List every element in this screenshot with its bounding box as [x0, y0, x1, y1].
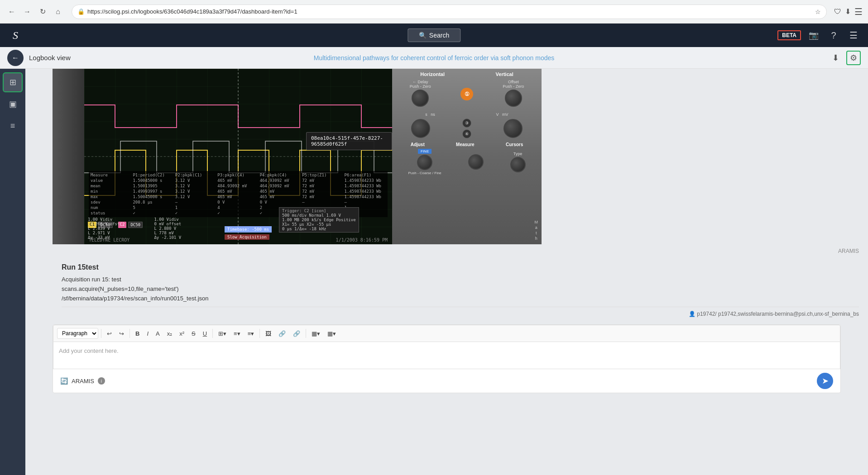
reload-nav-button[interactable]: ↻	[36, 5, 49, 18]
sidebar-item-dashboard[interactable]: ⊞	[3, 72, 23, 92]
adjust-label: Adjust	[411, 142, 425, 147]
user-icon: 👤	[689, 311, 695, 317]
help-icon-button[interactable]: ?	[826, 28, 841, 43]
refresh-icon: 🔄	[60, 377, 68, 385]
sidebar-item-more[interactable]: ≡	[3, 116, 23, 136]
oscilloscope-image: MeasureP1:period(C2)P2:pkpk(C1)P3:pkpk(C…	[53, 69, 542, 244]
sidebar-item-notebook[interactable]: ▣	[3, 94, 23, 114]
image-button[interactable]: 🖼	[263, 329, 274, 338]
aramis-footer-label: ARAMIS	[72, 378, 94, 385]
search-label: Search	[429, 32, 449, 39]
header-right: BETA 📷 ? ☰	[777, 28, 861, 43]
notebook-icon: ▣	[9, 99, 17, 109]
num-3: ③	[462, 119, 471, 128]
subscript-button[interactable]: x₂	[164, 329, 175, 338]
cursors-label: Cursors	[506, 142, 523, 147]
url-bar[interactable]: 🔒 https://scilog.psi.ch/logbooks/636c046…	[72, 5, 827, 19]
download-button[interactable]: ⬇	[828, 51, 843, 65]
top-knobs: ← DelayPush - Zero ① OffsetPush - Zero	[395, 80, 539, 109]
italic-button[interactable]: I	[144, 329, 151, 338]
type-knob	[510, 157, 526, 172]
editor-content-area[interactable]: Add your content here.	[53, 342, 840, 369]
download-browser-icon: ⬇	[845, 7, 851, 16]
toolbar-divider-3	[212, 329, 213, 338]
star-icon[interactable]: ☆	[815, 8, 821, 15]
bottom-section-labels: Adjust Measure Cursors	[395, 142, 539, 147]
table-button[interactable]: ⊞▾	[216, 329, 229, 338]
undo-button[interactable]: ↩	[104, 329, 115, 338]
search-icon: 🔍	[419, 32, 427, 39]
paragraph-select[interactable]: Paragraph	[57, 328, 98, 339]
measure-knob	[468, 154, 484, 170]
horiz-vert-labels: Horizontal Vertical	[395, 71, 539, 77]
link2-button[interactable]: 🔗	[290, 329, 303, 338]
timebase-box: Timebase: -500 ms	[225, 226, 272, 233]
content-area: MeasureP1:period(C2)P2:pkpk(C1)P3:pkpk(C…	[25, 69, 868, 475]
main-layout: ⊞ ▣ ≡	[0, 69, 868, 475]
redo-button[interactable]: ↪	[116, 329, 127, 338]
ordered-list-button[interactable]: ≡▾	[231, 329, 243, 338]
entry-line-1: Acquisition run 15: test	[62, 275, 859, 285]
editor-footer: 🔄 ARAMIS i ➤	[53, 369, 840, 393]
vertical-knob	[504, 119, 523, 138]
trigger-info: Trigger: C2 [icon] 500 ms/div Normal 1.6…	[279, 207, 359, 233]
type-label: Type	[513, 152, 523, 156]
horizontal-label: Horizontal	[420, 71, 445, 77]
channel-values: 1.00 Vidiv -3.260 V ofst L 2.839 V L 2.9…	[88, 217, 181, 240]
osc-right-panel: Horizontal Vertical ← DelayPush - Zero ①…	[392, 69, 542, 244]
lock-icon: 🔒	[77, 8, 85, 15]
offset-knob	[505, 90, 522, 107]
nav-right-actions: ⬇ ⚙	[828, 51, 861, 65]
bold-button[interactable]: B	[133, 329, 142, 338]
bottom-knobs: FINE Push - Coarse / Fine Type	[395, 149, 539, 175]
camera-icon-button[interactable]: 📷	[806, 28, 821, 43]
math-section: M a t h	[535, 220, 538, 241]
back-button[interactable]: ←	[7, 50, 24, 66]
entry-line-2: scans.acquire(N_pulses=10,file_name='tes…	[62, 285, 859, 294]
measure-label: Measure	[456, 142, 475, 147]
timestamp: 1/1/2003 8:16:59 PM	[336, 238, 388, 242]
vertical-label: Vertical	[496, 71, 513, 77]
toolbar-divider-1	[101, 329, 101, 338]
math-label-a: a	[535, 225, 537, 230]
app-header: S 🔍 Search BETA 📷 ? ☰	[0, 24, 868, 47]
underline-button[interactable]: U	[200, 329, 210, 338]
entry-title: Run 15test	[62, 263, 859, 271]
link-button[interactable]: 🔗	[276, 329, 288, 338]
browser-nav-buttons: ← → ↻ ⌂	[5, 5, 64, 18]
send-button[interactable]: ➤	[817, 373, 833, 389]
toolbar-divider-4	[259, 329, 260, 338]
forward-nav-button[interactable]: →	[21, 5, 34, 18]
math-label: M	[535, 220, 538, 224]
browser-actions: 🛡 ⬇ ☰	[834, 6, 863, 17]
info-icon[interactable]: i	[98, 377, 105, 385]
app-logo: S	[7, 27, 24, 43]
superscript-button[interactable]: x²	[177, 329, 187, 338]
unordered-list-button[interactable]: ≡▾	[245, 329, 257, 338]
send-icon: ➤	[822, 376, 829, 386]
grid2-button[interactable]: ▦▾	[325, 329, 339, 338]
osc-screen: MeasureP1:period(C2)P2:pkpk(C1)P3:pkpk(C…	[84, 69, 392, 244]
page-title: Multidimensional pathways for coherent c…	[314, 54, 555, 62]
delay-knob	[412, 90, 429, 107]
entry-body: Acquisition run 15: test scans.acquire(N…	[62, 275, 859, 303]
grid1-button[interactable]: ▦▾	[309, 329, 323, 338]
back-nav-button[interactable]: ←	[5, 5, 18, 18]
editor-placeholder: Add your content here.	[59, 347, 119, 354]
image-section: MeasureP1:period(C2)P2:pkpk(C1)P3:pkpk(C…	[25, 69, 868, 258]
image-tooltip: 08ea10c4-515f-457e-8227-96585d0f625f	[306, 132, 392, 150]
logbook-view-label: Logbook view	[29, 54, 71, 62]
brand-label: TELEDYNE LECROY	[89, 238, 129, 242]
more-icon: ≡	[10, 121, 15, 131]
editor-toolbar: Paragraph ↩ ↪ B I A x₂ x² S U ⊞▾ ≡▾ ≡▾ 🖼…	[53, 325, 840, 342]
push-coarse-label: Push - Coarse / Fine	[408, 171, 441, 175]
dashboard-icon: ⊞	[10, 77, 16, 87]
back-arrow-icon: ←	[12, 54, 19, 62]
user-info-bar: 👤 p19742/ p19742,swissfelaramis-bernina@…	[62, 307, 859, 321]
settings-button[interactable]: ⚙	[846, 51, 861, 65]
strikethrough-button[interactable]: S	[189, 329, 198, 338]
font-color-button[interactable]: A	[153, 329, 163, 338]
menu-icon-button[interactable]: ☰	[846, 28, 861, 43]
home-nav-button[interactable]: ⌂	[52, 5, 64, 18]
search-button[interactable]: 🔍 Search	[408, 28, 460, 42]
